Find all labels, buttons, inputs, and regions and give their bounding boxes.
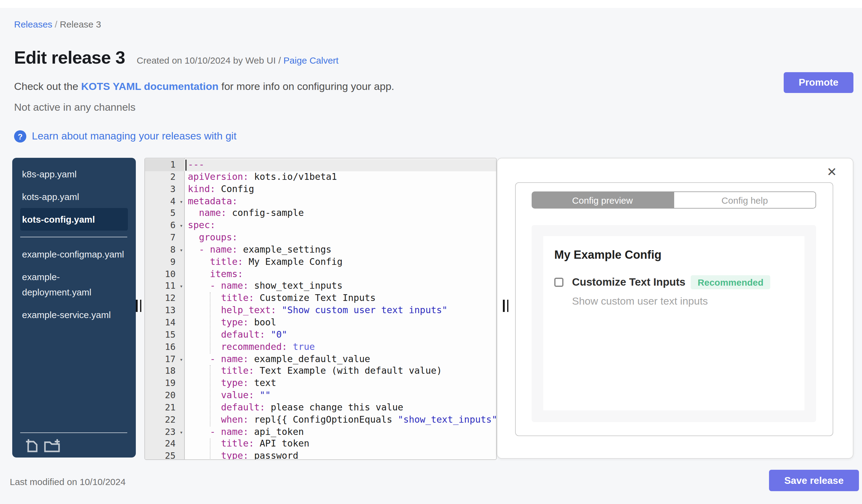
- add-folder-button[interactable]: [44, 438, 61, 452]
- resize-handle-left[interactable]: [136, 300, 141, 312]
- code-line[interactable]: 24 title: API token: [145, 438, 496, 450]
- code-lines: 1---2apiVersion: kots.io/v1beta13kind: C…: [145, 159, 496, 460]
- file-item[interactable]: example-configmap.yaml: [20, 243, 128, 265]
- code-line[interactable]: 14 type: bool: [145, 317, 496, 329]
- code-line[interactable]: 12 title: Customize Text Inputs: [145, 293, 496, 305]
- code-line[interactable]: 4▾metadata:: [145, 196, 496, 208]
- code-text: title: Text Example (with default value): [184, 366, 496, 378]
- code-line[interactable]: 23▾ - name: api_token: [145, 426, 496, 438]
- code-token: groups:: [199, 232, 237, 243]
- fold-arrow-icon[interactable]: ▾: [180, 281, 183, 293]
- code-line[interactable]: 5 name: config-sample: [145, 208, 496, 220]
- code-token: title:: [210, 256, 243, 267]
- code-line[interactable]: 15 default: "0": [145, 329, 496, 341]
- line-number: 17▾: [145, 353, 184, 366]
- code-line[interactable]: 6▾spec:: [145, 220, 496, 232]
- fold-arrow-icon[interactable]: ▾: [180, 196, 183, 208]
- file-item[interactable]: example-service.yaml: [20, 303, 128, 326]
- code-token: [188, 353, 210, 364]
- code-line[interactable]: 8▾ - name: example_settings: [145, 244, 496, 256]
- config-group-title: My Example Config: [554, 248, 794, 262]
- code-text: ---: [184, 159, 496, 171]
- code-line[interactable]: 17▾ - name: example_default_value: [145, 353, 496, 366]
- yaml-editor[interactable]: 1---2apiVersion: kots.io/v1beta13kind: C…: [144, 158, 497, 460]
- code-token: [188, 232, 199, 243]
- code-line[interactable]: 3kind: Config: [145, 183, 496, 196]
- code-token: - name:: [210, 426, 248, 437]
- code-text: title: My Example Config: [184, 256, 496, 268]
- code-line[interactable]: 22 when: repl{{ ConfigOptionEquals "show…: [145, 414, 496, 426]
- code-token: show_text_inputs: [249, 280, 343, 291]
- tab-config-preview[interactable]: Config preview: [532, 191, 673, 209]
- code-line[interactable]: 2apiVersion: kots.io/v1beta1: [145, 171, 496, 184]
- git-help-line[interactable]: ? Learn about managing your releases wit…: [14, 130, 236, 143]
- code-text: name: config-sample: [184, 208, 496, 220]
- code-token: type:: [221, 377, 248, 388]
- promote-button[interactable]: Promote: [784, 72, 853, 93]
- recommended-badge: Recommended: [691, 275, 770, 289]
- code-line[interactable]: 20 value: "": [145, 389, 496, 402]
- line-number: 24: [145, 438, 184, 450]
- line-number: 9: [145, 256, 184, 268]
- code-token: name:: [199, 208, 226, 219]
- fold-arrow-icon[interactable]: ▾: [180, 354, 183, 366]
- code-token: title:: [221, 293, 254, 304]
- code-line[interactable]: 9 title: My Example Config: [145, 256, 496, 268]
- indent-guide: [210, 293, 210, 354]
- line-number: 2: [145, 171, 184, 184]
- code-token: [188, 208, 199, 219]
- code-token: password: [249, 450, 299, 460]
- code-line[interactable]: 25 type: password: [145, 450, 496, 460]
- code-line[interactable]: 19 type: text: [145, 377, 496, 389]
- line-number: 10: [145, 268, 184, 280]
- code-line[interactable]: 18 title: Text Example (with default val…: [145, 366, 496, 378]
- fold-arrow-icon[interactable]: ▾: [180, 427, 183, 439]
- code-line[interactable]: 21 default: please change this value: [145, 402, 496, 414]
- code-line[interactable]: 1---: [145, 159, 496, 171]
- add-folder-icon: [44, 438, 61, 452]
- file-item[interactable]: example-deployment.yaml: [20, 265, 128, 303]
- code-token: "0": [265, 329, 287, 340]
- code-token: Text Example (with default value): [254, 366, 442, 376]
- tab-config-help[interactable]: Config help: [673, 191, 816, 209]
- line-number: 5: [145, 208, 184, 220]
- add-file-button[interactable]: [26, 438, 39, 452]
- file-item[interactable]: k8s-app.yaml: [20, 163, 128, 185]
- line-number: 1: [145, 159, 184, 171]
- code-line[interactable]: 11▾ - name: show_text_inputs: [145, 280, 496, 293]
- close-icon[interactable]: ✕: [826, 165, 837, 178]
- code-token: - name:: [210, 280, 248, 291]
- code-token: ---: [188, 159, 204, 170]
- resize-handle-right[interactable]: [503, 300, 508, 312]
- breadcrumb-releases-link[interactable]: Releases: [14, 19, 52, 29]
- config-checkbox[interactable]: [554, 278, 563, 287]
- created-prefix: Created on 10/10/2024 by Web UI /: [137, 55, 281, 65]
- code-line[interactable]: 16 recommended: true: [145, 341, 496, 353]
- code-text: when: repl{{ ConfigOptionEquals "show_te…: [184, 414, 496, 426]
- code-token: My Example Config: [243, 256, 343, 267]
- code-text: recommended: true: [184, 341, 496, 353]
- docs-suffix: for more info on configuring your app.: [218, 81, 394, 92]
- file-item[interactable]: kots-app.yaml: [20, 185, 128, 208]
- help-question-icon[interactable]: ?: [14, 130, 26, 143]
- git-releases-link[interactable]: Learn about managing your releases with …: [32, 130, 236, 143]
- kots-docs-link[interactable]: KOTS YAML documentation: [81, 81, 218, 92]
- created-user-link[interactable]: Paige Calvert: [284, 55, 339, 65]
- code-token: [188, 305, 221, 316]
- code-line[interactable]: 7 groups:: [145, 232, 496, 244]
- line-number: 7: [145, 232, 184, 244]
- code-line[interactable]: 10 items:: [145, 268, 496, 280]
- code-token: please change this value: [265, 402, 404, 413]
- save-release-button[interactable]: Save release: [769, 470, 859, 491]
- code-token: default:: [221, 402, 265, 413]
- line-number: 6▾: [145, 220, 184, 232]
- code-line[interactable]: 13 help_text: "Show custom user text inp…: [145, 305, 496, 317]
- fold-arrow-icon[interactable]: ▾: [180, 245, 183, 257]
- fold-arrow-icon[interactable]: ▾: [180, 220, 183, 233]
- title-row: Edit release 3 Created on 10/10/2024 by …: [14, 48, 339, 67]
- file-item[interactable]: kots-config.yaml: [20, 208, 128, 230]
- code-token: kots.io/v1beta1: [249, 171, 337, 182]
- code-text: value: "": [184, 389, 496, 402]
- line-number: 20: [145, 389, 184, 402]
- code-text: default: "0": [184, 329, 496, 341]
